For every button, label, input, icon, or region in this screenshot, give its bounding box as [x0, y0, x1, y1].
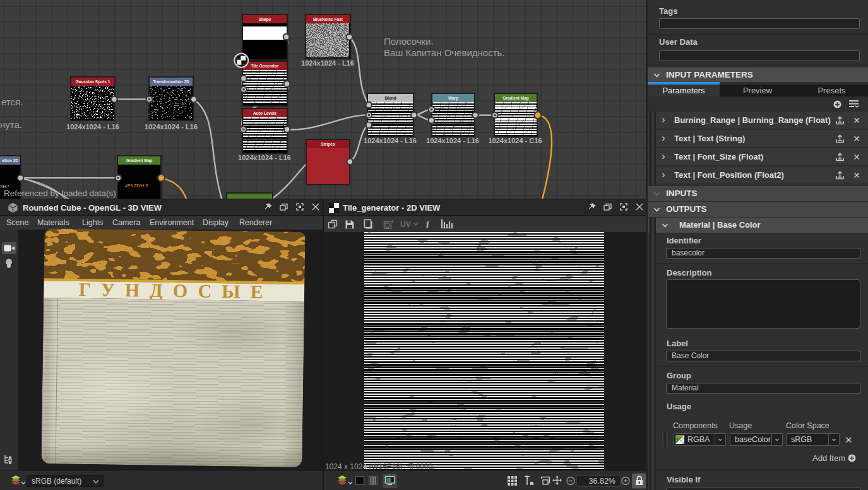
svg-text:36.82%: 36.82%	[589, 477, 615, 486]
svg-text:UV: UV	[400, 220, 411, 229]
svg-text:i: i	[426, 219, 429, 230]
